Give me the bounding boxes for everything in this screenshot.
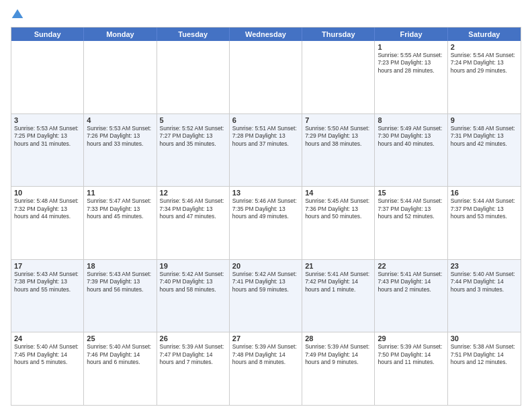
cal-cell: 3Sunrise: 5:53 AM Sunset: 7:25 PM Daylig…	[11, 114, 84, 187]
cal-cell: 12Sunrise: 5:46 AM Sunset: 7:34 PM Dayli…	[157, 187, 230, 259]
day-number: 8	[378, 116, 444, 124]
cal-row-4: 24Sunrise: 5:40 AM Sunset: 7:45 PM Dayli…	[11, 332, 521, 405]
cal-cell: 22Sunrise: 5:41 AM Sunset: 7:43 PM Dayli…	[375, 260, 447, 332]
logo-icon	[11, 8, 24, 21]
day-number: 1	[378, 43, 444, 51]
day-info: Sunrise: 5:38 AM Sunset: 7:51 PM Dayligh…	[451, 343, 518, 366]
day-info: Sunrise: 5:42 AM Sunset: 7:40 PM Dayligh…	[160, 271, 226, 293]
day-number: 15	[378, 189, 444, 197]
cal-cell: 23Sunrise: 5:40 AM Sunset: 7:44 PM Dayli…	[448, 260, 521, 332]
day-number: 6	[232, 116, 299, 124]
day-info: Sunrise: 5:41 AM Sunset: 7:42 PM Dayligh…	[305, 271, 371, 293]
day-info: Sunrise: 5:48 AM Sunset: 7:31 PM Dayligh…	[451, 125, 518, 148]
calendar: SundayMondayTuesdayWednesdayThursdayFrid…	[11, 27, 521, 406]
cal-row-3: 17Sunrise: 5:43 AM Sunset: 7:38 PM Dayli…	[11, 259, 521, 332]
cal-row-0: 1Sunrise: 5:55 AM Sunset: 7:23 PM Daylig…	[11, 41, 521, 113]
day-info: Sunrise: 5:53 AM Sunset: 7:25 PM Dayligh…	[14, 125, 81, 148]
cal-cell	[84, 41, 157, 113]
cal-row-1: 3Sunrise: 5:53 AM Sunset: 7:25 PM Daylig…	[11, 113, 521, 187]
cal-cell: 11Sunrise: 5:47 AM Sunset: 7:33 PM Dayli…	[84, 187, 157, 259]
cal-cell: 26Sunrise: 5:39 AM Sunset: 7:47 PM Dayli…	[157, 332, 230, 405]
day-number: 5	[160, 116, 226, 124]
day-number: 3	[14, 116, 81, 124]
day-number: 21	[305, 262, 371, 270]
header-cell-tuesday: Tuesday	[157, 28, 230, 41]
cal-cell: 2Sunrise: 5:54 AM Sunset: 7:24 PM Daylig…	[448, 41, 521, 113]
day-number: 2	[451, 43, 518, 51]
header-cell-wednesday: Wednesday	[230, 28, 302, 41]
day-number: 20	[232, 262, 299, 270]
day-number: 22	[378, 262, 444, 270]
day-info: Sunrise: 5:46 AM Sunset: 7:34 PM Dayligh…	[160, 197, 226, 220]
header-cell-monday: Monday	[84, 28, 157, 41]
day-number: 29	[378, 334, 444, 342]
day-info: Sunrise: 5:44 AM Sunset: 7:37 PM Dayligh…	[451, 197, 518, 220]
day-number: 16	[451, 189, 518, 197]
day-info: Sunrise: 5:39 AM Sunset: 7:49 PM Dayligh…	[305, 343, 371, 366]
logo	[11, 8, 27, 21]
day-info: Sunrise: 5:40 AM Sunset: 7:45 PM Dayligh…	[14, 343, 81, 366]
day-number: 26	[160, 334, 226, 342]
day-info: Sunrise: 5:40 AM Sunset: 7:44 PM Dayligh…	[451, 271, 518, 293]
header-cell-saturday: Saturday	[448, 28, 521, 41]
day-info: Sunrise: 5:40 AM Sunset: 7:46 PM Dayligh…	[87, 343, 153, 366]
day-number: 11	[87, 189, 153, 197]
cal-cell: 4Sunrise: 5:53 AM Sunset: 7:26 PM Daylig…	[84, 114, 157, 187]
page: SundayMondayTuesdayWednesdayThursdayFrid…	[0, 0, 532, 411]
day-info: Sunrise: 5:54 AM Sunset: 7:24 PM Dayligh…	[451, 52, 518, 75]
cal-cell: 27Sunrise: 5:39 AM Sunset: 7:48 PM Dayli…	[230, 332, 302, 405]
cal-cell: 25Sunrise: 5:40 AM Sunset: 7:46 PM Dayli…	[84, 332, 157, 405]
header-cell-thursday: Thursday	[302, 28, 375, 41]
day-number: 28	[305, 334, 371, 342]
header-cell-friday: Friday	[375, 28, 447, 41]
day-info: Sunrise: 5:51 AM Sunset: 7:28 PM Dayligh…	[232, 125, 299, 148]
day-info: Sunrise: 5:46 AM Sunset: 7:35 PM Dayligh…	[232, 197, 299, 220]
cal-cell: 10Sunrise: 5:48 AM Sunset: 7:32 PM Dayli…	[11, 187, 84, 259]
cal-cell	[302, 41, 375, 113]
day-info: Sunrise: 5:50 AM Sunset: 7:29 PM Dayligh…	[305, 125, 371, 148]
cal-cell: 24Sunrise: 5:40 AM Sunset: 7:45 PM Dayli…	[11, 332, 84, 405]
cal-cell: 5Sunrise: 5:52 AM Sunset: 7:27 PM Daylig…	[157, 114, 230, 187]
day-info: Sunrise: 5:53 AM Sunset: 7:26 PM Dayligh…	[87, 125, 153, 148]
day-info: Sunrise: 5:43 AM Sunset: 7:38 PM Dayligh…	[14, 271, 81, 293]
day-info: Sunrise: 5:47 AM Sunset: 7:33 PM Dayligh…	[87, 197, 153, 220]
day-info: Sunrise: 5:48 AM Sunset: 7:32 PM Dayligh…	[14, 197, 81, 220]
cal-cell: 30Sunrise: 5:38 AM Sunset: 7:51 PM Dayli…	[448, 332, 521, 405]
cal-cell: 14Sunrise: 5:45 AM Sunset: 7:36 PM Dayli…	[302, 187, 375, 259]
day-info: Sunrise: 5:39 AM Sunset: 7:47 PM Dayligh…	[160, 343, 226, 366]
cal-cell: 28Sunrise: 5:39 AM Sunset: 7:49 PM Dayli…	[302, 332, 375, 405]
day-number: 9	[451, 116, 518, 124]
day-info: Sunrise: 5:45 AM Sunset: 7:36 PM Dayligh…	[305, 197, 371, 220]
cal-cell: 1Sunrise: 5:55 AM Sunset: 7:23 PM Daylig…	[375, 41, 447, 113]
day-number: 19	[160, 262, 226, 270]
header-cell-sunday: Sunday	[11, 28, 84, 41]
day-number: 13	[232, 189, 299, 197]
cal-cell	[230, 41, 302, 113]
day-number: 14	[305, 189, 371, 197]
day-info: Sunrise: 5:52 AM Sunset: 7:27 PM Dayligh…	[160, 125, 226, 148]
day-info: Sunrise: 5:55 AM Sunset: 7:23 PM Dayligh…	[378, 52, 444, 75]
cal-cell: 8Sunrise: 5:49 AM Sunset: 7:30 PM Daylig…	[375, 114, 447, 187]
day-number: 18	[87, 262, 153, 270]
day-number: 27	[232, 334, 299, 342]
cal-cell: 19Sunrise: 5:42 AM Sunset: 7:40 PM Dayli…	[157, 260, 230, 332]
cal-cell	[157, 41, 230, 113]
cal-cell: 15Sunrise: 5:44 AM Sunset: 7:37 PM Dayli…	[375, 187, 447, 259]
day-info: Sunrise: 5:49 AM Sunset: 7:30 PM Dayligh…	[378, 125, 444, 148]
day-info: Sunrise: 5:41 AM Sunset: 7:43 PM Dayligh…	[378, 271, 444, 293]
cal-cell: 21Sunrise: 5:41 AM Sunset: 7:42 PM Dayli…	[302, 260, 375, 332]
day-number: 23	[451, 262, 518, 270]
cal-row-2: 10Sunrise: 5:48 AM Sunset: 7:32 PM Dayli…	[11, 186, 521, 259]
day-number: 12	[160, 189, 226, 197]
cal-cell: 16Sunrise: 5:44 AM Sunset: 7:37 PM Dayli…	[448, 187, 521, 259]
day-info: Sunrise: 5:39 AM Sunset: 7:48 PM Dayligh…	[232, 343, 299, 366]
cal-cell: 29Sunrise: 5:39 AM Sunset: 7:50 PM Dayli…	[375, 332, 447, 405]
calendar-header: SundayMondayTuesdayWednesdayThursdayFrid…	[11, 28, 521, 41]
cal-cell: 18Sunrise: 5:43 AM Sunset: 7:39 PM Dayli…	[84, 260, 157, 332]
day-number: 25	[87, 334, 153, 342]
cal-cell	[11, 41, 84, 113]
calendar-body: 1Sunrise: 5:55 AM Sunset: 7:23 PM Daylig…	[11, 41, 521, 405]
cal-cell: 9Sunrise: 5:48 AM Sunset: 7:31 PM Daylig…	[448, 114, 521, 187]
cal-cell: 13Sunrise: 5:46 AM Sunset: 7:35 PM Dayli…	[230, 187, 302, 259]
day-info: Sunrise: 5:42 AM Sunset: 7:41 PM Dayligh…	[232, 271, 299, 293]
